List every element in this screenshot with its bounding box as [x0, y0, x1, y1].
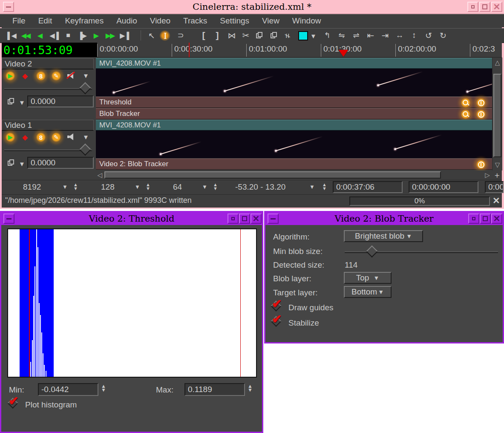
- copy-button[interactable]: [253, 30, 266, 41]
- keyframe-link-tool[interactable]: ⊃: [174, 30, 187, 41]
- scroll-up-button[interactable]: △: [492, 58, 502, 68]
- menu-keyframes[interactable]: Keyframes: [58, 16, 110, 26]
- horizontal-scrollbar[interactable]: ◁ ▷: [96, 170, 492, 179]
- color-dropdown-arrow-icon[interactable]: ▼: [310, 32, 317, 40]
- selection-end-field[interactable]: 0:00:00:00: [409, 181, 478, 193]
- main-titlebar[interactable]: Cinelerra: stabilized.xml * ✕: [0, 0, 504, 14]
- sample-zoom-spinner[interactable]: ▲▼: [73, 183, 78, 191]
- fit-autos-button[interactable]: ⇥: [378, 30, 391, 41]
- menu-view[interactable]: View: [256, 16, 286, 26]
- vertical-zoom-button[interactable]: ↕: [407, 30, 420, 41]
- horizontal-scroll-thumb[interactable]: [104, 171, 441, 179]
- fit-selection-button[interactable]: ⇤: [364, 30, 377, 41]
- drag-drop-tool[interactable]: ↖: [145, 30, 158, 41]
- track1-play-toggle[interactable]: ▶: [5, 132, 15, 142]
- scroll-down-button[interactable]: ▽: [492, 160, 502, 170]
- curve-range-dropdown[interactable]: ▼: [309, 184, 315, 190]
- track1-video-thumbnails[interactable]: [96, 130, 492, 158]
- trackheight-zoom-dropdown[interactable]: ▼: [202, 184, 207, 190]
- curve-range-value[interactable]: -53.20 - 13.20: [235, 182, 285, 192]
- timebar-ruler[interactable]: 0:00:00:00 0:00:30:00 0:01:00:00 0:01:30…: [97, 43, 502, 58]
- play-button[interactable]: ▶: [89, 30, 102, 41]
- min-spinner[interactable]: ▲▼: [101, 384, 106, 392]
- track2-clip-titlebar[interactable]: MVI_4208.MOV #1: [96, 58, 492, 69]
- label-button[interactable]: ⋈: [225, 30, 238, 41]
- menu-edit[interactable]: Edit: [32, 16, 59, 26]
- track2-draw-toggle[interactable]: ✎: [51, 71, 61, 81]
- amplitude-zoom-dropdown[interactable]: ▼: [135, 184, 140, 190]
- blobtracker-show-button[interactable]: [461, 109, 471, 119]
- menu-window[interactable]: Window: [286, 16, 328, 26]
- track1-record-toggle[interactable]: ◆: [22, 133, 28, 142]
- track1-expand-button[interactable]: ▼: [83, 133, 89, 141]
- track1-clip-titlebar[interactable]: MVI_4208.MOV #1: [96, 120, 492, 130]
- menu-file[interactable]: File: [6, 16, 32, 26]
- frame-reverse-button[interactable]: ◀▐: [47, 30, 60, 41]
- cut-button[interactable]: ✂: [239, 30, 252, 41]
- max-field[interactable]: 0.1189: [184, 383, 245, 396]
- selection-length-field[interactable]: 0:00:: [485, 181, 504, 193]
- goto-start-button[interactable]: ▌◀: [5, 30, 18, 41]
- cancel-operation-button[interactable]: ✕: [492, 196, 500, 206]
- track2-overlay-dropdown[interactable]: ▼: [19, 99, 25, 106]
- manual-goto-button[interactable]: ↰: [320, 30, 333, 41]
- threshold-close-button[interactable]: ✕: [251, 214, 262, 224]
- cut-paste-tool[interactable]: I: [159, 30, 170, 41]
- selection-start-field[interactable]: 0:00:37:06: [333, 181, 403, 193]
- sample-zoom-value[interactable]: 8192: [23, 182, 41, 192]
- blob-maximize-button[interactable]: [480, 214, 491, 224]
- max-spinner[interactable]: ▲▼: [248, 384, 253, 392]
- track2-effect-threshold[interactable]: Threshold: [96, 97, 492, 108]
- main-close-button[interactable]: ✕: [491, 2, 502, 12]
- track1-fader-value[interactable]: 0.0000: [27, 157, 94, 169]
- overwrite-paste-button[interactable]: ⇌: [349, 30, 362, 41]
- min-field[interactable]: -0.0442: [38, 383, 98, 396]
- blob-window-menu-button[interactable]: [268, 214, 279, 224]
- blob-layer-dropdown[interactable]: Top ▼: [344, 272, 392, 284]
- splice-keyframe-button[interactable]: ≠: [282, 29, 293, 42]
- splice-paste-button[interactable]: ⇋: [335, 30, 348, 41]
- zoom-selection-button[interactable]: ↔: [393, 30, 406, 41]
- track2-fader-slider[interactable]: [4, 88, 92, 90]
- stop-button[interactable]: ■: [61, 30, 74, 41]
- track2-effect-blobtracker[interactable]: Blob Tracker: [96, 108, 492, 119]
- timeline-canvas[interactable]: MVI_4208.MOV #1 Threshold Blob Tracker M…: [96, 58, 492, 170]
- min-blob-size-handle[interactable]: [366, 245, 378, 257]
- threshold-window-menu-button[interactable]: [3, 214, 14, 224]
- track2-fader-handle[interactable]: [79, 82, 91, 94]
- track2-gang-toggle[interactable]: 8: [36, 71, 46, 81]
- menu-audio[interactable]: Audio: [110, 16, 144, 26]
- blob-close-button[interactable]: ✕: [491, 214, 502, 224]
- sample-zoom-dropdown[interactable]: ▼: [62, 184, 68, 190]
- threshold-histogram-plot[interactable]: [7, 228, 257, 378]
- undo-button[interactable]: ↺: [422, 30, 435, 41]
- track1-gang-toggle[interactable]: 8: [36, 132, 46, 142]
- amplitude-zoom-value[interactable]: 128: [101, 182, 115, 192]
- paste-button[interactable]: [268, 30, 280, 41]
- redo-button[interactable]: ↻: [436, 30, 449, 41]
- track1-fader-slider[interactable]: [4, 150, 92, 151]
- vertical-scrollbar[interactable]: △ ▽: [492, 58, 502, 170]
- algorithm-dropdown[interactable]: Brightest blob ▼: [344, 230, 423, 242]
- track2-expand-button[interactable]: ▼: [83, 72, 89, 79]
- scroll-right-button[interactable]: ▷: [484, 170, 491, 179]
- out-point-button[interactable]: ]: [210, 30, 223, 41]
- trackheight-zoom-value[interactable]: 64: [173, 182, 182, 192]
- track1-shared-effect[interactable]: Video 2: Blob Tracker: [96, 159, 492, 170]
- target-layer-dropdown[interactable]: Bottom ▼: [344, 286, 392, 298]
- fast-reverse-button[interactable]: ◀◀: [19, 30, 32, 41]
- threshold-maximize-button[interactable]: [239, 214, 250, 224]
- fast-forward-button[interactable]: ▶▶: [104, 30, 116, 41]
- blobtracker-titlebar[interactable]: Video 2: Blob Tracker ✕: [265, 212, 503, 225]
- track-title-video1[interactable]: Video 1: [2, 120, 94, 131]
- track-title-video2[interactable]: Video 2: [2, 58, 94, 69]
- amplitude-zoom-spinner[interactable]: ▲▼: [146, 183, 150, 191]
- vertical-scroll-thumb[interactable]: [493, 74, 501, 157]
- threshold-on-button[interactable]: [476, 98, 486, 108]
- trackheight-zoom-spinner[interactable]: ▲▼: [213, 183, 218, 191]
- in-point-button[interactable]: [: [197, 30, 210, 41]
- threshold-iconify-button[interactable]: [228, 214, 239, 224]
- menu-video[interactable]: Video: [144, 16, 177, 26]
- blobtracker-on-button[interactable]: [476, 109, 486, 119]
- menu-settings[interactable]: Settings: [213, 16, 256, 26]
